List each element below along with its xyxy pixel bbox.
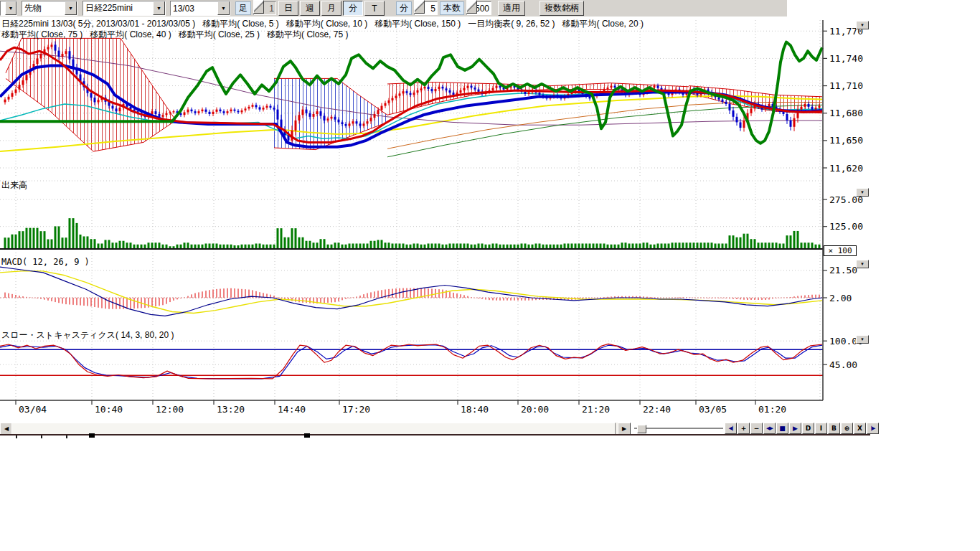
svg-text:11,650: 11,650: [829, 135, 863, 146]
zoom-out-button[interactable]: −: [750, 423, 763, 434]
mode-i-button[interactable]: I: [815, 423, 827, 434]
stop-button[interactable]: ■: [776, 423, 788, 434]
svg-text:14:40: 14:40: [278, 404, 306, 415]
slider-groove: [634, 428, 723, 430]
mode-d-button[interactable]: D: [802, 423, 814, 434]
window-bottom-edge: [0, 434, 870, 435]
svg-text:21:20: 21:20: [582, 404, 610, 415]
jump-end-button[interactable]: |▶: [867, 423, 879, 434]
mode-b-button[interactable]: B: [828, 423, 840, 434]
svg-text:11,620: 11,620: [829, 163, 863, 174]
jump-start-button[interactable]: ◀|: [725, 423, 737, 434]
svg-text:22:40: 22:40: [643, 404, 671, 415]
stochastics-panel-title: スロー・ストキャスティクス( 14, 3, 80, 20 ): [1, 329, 174, 342]
svg-text:45.00: 45.00: [829, 359, 857, 370]
volume-panel-title: 出来高: [1, 179, 27, 192]
svg-text:03/04: 03/04: [19, 404, 47, 415]
chevron-down-icon: ▼: [860, 190, 864, 194]
svg-text:18:40: 18:40: [461, 404, 489, 415]
svg-text:11,740: 11,740: [829, 53, 863, 64]
svg-text:01:20: 01:20: [758, 404, 786, 415]
bottom-edge-mark: [304, 433, 310, 438]
fit-width-button[interactable]: ◀▶: [763, 423, 776, 434]
svg-text:125.00: 125.00: [829, 221, 863, 232]
bottom-edge-tick: [16, 435, 17, 438]
chart-nav-button-group: ◀|+−◀▶■▶DIB⊕X|▶: [725, 423, 880, 434]
svg-text:12:00: 12:00: [156, 404, 184, 415]
main-panel-menu-button[interactable]: ▼: [856, 21, 869, 29]
close-button[interactable]: X: [854, 423, 866, 434]
slider-thumb[interactable]: [637, 425, 646, 433]
scrollbar-track[interactable]: [11, 423, 618, 434]
macd-panel-title: MACD( 12, 26, 9 ): [1, 257, 90, 267]
stoch-panel-menu-button[interactable]: ▼: [856, 335, 869, 344]
chevron-down-icon: ▼: [860, 23, 864, 27]
svg-text:11,680: 11,680: [829, 108, 863, 118]
chevron-down-icon: ▼: [860, 262, 864, 266]
bar-width-slider[interactable]: [634, 425, 723, 432]
svg-text:03/05: 03/05: [699, 404, 727, 415]
bottom-edge-mark: [89, 433, 95, 438]
svg-text:17:20: 17:20: [342, 404, 370, 415]
magnify-button[interactable]: ⊕: [841, 423, 853, 434]
bottom-edge-tick: [41, 435, 42, 438]
svg-text:11,710: 11,710: [829, 80, 863, 91]
svg-text:2.00: 2.00: [829, 293, 852, 303]
svg-text:10:40: 10:40: [95, 404, 123, 415]
chevron-down-icon: ▼: [860, 337, 864, 342]
arrow-right-icon: ▶: [622, 426, 626, 432]
chart-header-line2: 移動平均( Close, 75 ) 移動平均( Close, 40 ) 移動平均…: [1, 29, 348, 41]
volume-panel-menu-button[interactable]: ▼: [856, 188, 869, 197]
macd-panel-menu-button[interactable]: ▼: [856, 260, 869, 268]
volume-multiplier-badge: × 100: [824, 245, 857, 256]
chart-application-window: ▼ 先物 ▼ 日経225mini ▼ 13/03 ▼ 足 1 日 週 月 分 T…: [0, 0, 980, 551]
zoom-in-button[interactable]: +: [738, 423, 750, 434]
bottom-edge-tick: [66, 435, 67, 438]
chart-canvas[interactable]: 11,77011,74011,71011,68011,65011,620275.…: [0, 0, 870, 439]
play-button[interactable]: ▶: [789, 423, 801, 434]
arrow-left-icon: ◀: [4, 426, 9, 432]
svg-text:21.50: 21.50: [829, 265, 857, 276]
svg-text:13:20: 13:20: [217, 404, 245, 415]
horizontal-scrollbar[interactable]: ◀ ▶ ◀|+−◀▶■▶DIB⊕X|▶: [0, 423, 870, 434]
svg-text:20:00: 20:00: [521, 404, 549, 415]
